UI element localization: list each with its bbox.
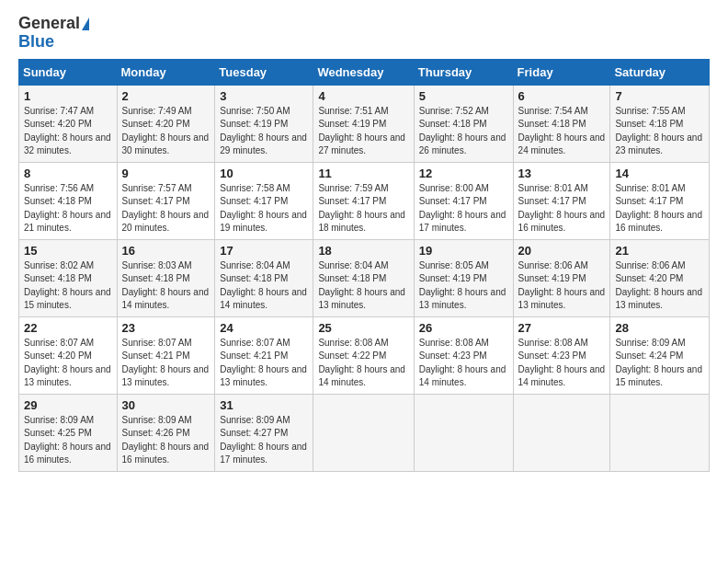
day-detail: Sunrise: 7:56 AMSunset: 4:18 PMDaylight:… (24, 182, 112, 236)
day-number: 5 (419, 89, 508, 103)
calendar-cell: 17Sunrise: 8:04 AMSunset: 4:18 PMDayligh… (215, 239, 313, 316)
weekday-header-thursday: Thursday (414, 59, 513, 85)
day-number: 12 (419, 167, 508, 180)
calendar-cell: 13Sunrise: 8:01 AMSunset: 4:17 PMDayligh… (513, 162, 610, 239)
day-number: 11 (318, 167, 408, 180)
calendar-cell: 2Sunrise: 7:49 AMSunset: 4:20 PMDaylight… (117, 85, 215, 162)
day-number: 15 (24, 244, 112, 258)
calendar-cell: 4Sunrise: 7:51 AMSunset: 4:19 PMDaylight… (313, 85, 414, 162)
calendar-cell: 28Sunrise: 8:09 AMSunset: 4:24 PMDayligh… (610, 316, 710, 394)
weekday-header-tuesday: Tuesday (215, 59, 313, 85)
day-number: 20 (518, 244, 606, 258)
calendar-cell: 30Sunrise: 8:09 AMSunset: 4:26 PMDayligh… (117, 394, 215, 471)
calendar-cell: 8Sunrise: 7:56 AMSunset: 4:18 PMDaylight… (19, 162, 118, 239)
day-detail: Sunrise: 7:58 AMSunset: 4:17 PMDaylight:… (220, 182, 308, 236)
day-number: 9 (122, 167, 210, 180)
calendar-header-row: SundayMondayTuesdayWednesdayThursdayFrid… (19, 59, 710, 85)
day-number: 31 (220, 398, 308, 412)
day-number: 4 (318, 89, 408, 103)
calendar-cell: 31Sunrise: 8:09 AMSunset: 4:27 PMDayligh… (215, 394, 313, 471)
calendar-week-row: 8Sunrise: 7:56 AMSunset: 4:18 PMDaylight… (19, 162, 710, 239)
day-detail: Sunrise: 8:07 AMSunset: 4:20 PMDaylight:… (24, 337, 112, 390)
calendar-cell: 21Sunrise: 8:06 AMSunset: 4:20 PMDayligh… (610, 239, 710, 316)
calendar-cell: 29Sunrise: 8:09 AMSunset: 4:25 PMDayligh… (19, 394, 118, 471)
day-detail: Sunrise: 7:51 AMSunset: 4:19 PMDaylight:… (318, 105, 408, 158)
day-detail: Sunrise: 7:49 AMSunset: 4:20 PMDaylight:… (122, 105, 210, 158)
day-detail: Sunrise: 8:09 AMSunset: 4:27 PMDaylight:… (220, 414, 308, 467)
day-detail: Sunrise: 8:06 AMSunset: 4:20 PMDaylight:… (615, 259, 704, 313)
day-number: 29 (24, 398, 112, 412)
day-number: 2 (122, 89, 210, 103)
day-detail: Sunrise: 8:09 AMSunset: 4:24 PMDaylight:… (615, 337, 704, 390)
calendar-cell: 11Sunrise: 7:59 AMSunset: 4:17 PMDayligh… (313, 162, 414, 239)
calendar-cell: 3Sunrise: 7:50 AMSunset: 4:19 PMDaylight… (215, 85, 313, 162)
calendar-cell: 23Sunrise: 8:07 AMSunset: 4:21 PMDayligh… (117, 316, 215, 394)
day-detail: Sunrise: 8:00 AMSunset: 4:17 PMDaylight:… (419, 182, 508, 236)
day-number: 23 (122, 321, 210, 335)
day-number: 13 (518, 167, 606, 180)
day-number: 6 (518, 89, 606, 103)
day-detail: Sunrise: 8:01 AMSunset: 4:17 PMDaylight:… (615, 182, 704, 236)
day-number: 7 (615, 89, 704, 103)
calendar-cell: 15Sunrise: 8:02 AMSunset: 4:18 PMDayligh… (19, 239, 118, 316)
logo: General Blue (18, 15, 89, 52)
calendar-cell: 24Sunrise: 8:07 AMSunset: 4:21 PMDayligh… (215, 316, 313, 394)
calendar-week-row: 15Sunrise: 8:02 AMSunset: 4:18 PMDayligh… (19, 239, 710, 316)
day-number: 22 (24, 321, 112, 335)
calendar-cell: 19Sunrise: 8:05 AMSunset: 4:19 PMDayligh… (414, 239, 513, 316)
day-number: 8 (24, 167, 112, 180)
day-number: 17 (220, 244, 308, 258)
day-detail: Sunrise: 8:09 AMSunset: 4:26 PMDaylight:… (122, 414, 210, 467)
day-number: 10 (220, 167, 308, 180)
calendar-cell: 14Sunrise: 8:01 AMSunset: 4:17 PMDayligh… (610, 162, 710, 239)
calendar-cell: 9Sunrise: 7:57 AMSunset: 4:17 PMDaylight… (117, 162, 215, 239)
calendar-cell: 20Sunrise: 8:06 AMSunset: 4:19 PMDayligh… (513, 239, 610, 316)
calendar-cell: 7Sunrise: 7:55 AMSunset: 4:18 PMDaylight… (610, 85, 710, 162)
calendar-cell: 25Sunrise: 8:08 AMSunset: 4:22 PMDayligh… (313, 316, 414, 394)
logo-blue-text: Blue (18, 33, 54, 52)
calendar-cell (610, 394, 710, 471)
day-number: 26 (419, 321, 508, 335)
day-detail: Sunrise: 8:07 AMSunset: 4:21 PMDaylight:… (220, 337, 308, 390)
calendar-week-row: 1Sunrise: 7:47 AMSunset: 4:20 PMDaylight… (19, 85, 710, 162)
day-number: 28 (615, 321, 704, 335)
day-detail: Sunrise: 8:04 AMSunset: 4:18 PMDaylight:… (220, 259, 308, 313)
calendar-cell (313, 394, 414, 471)
day-detail: Sunrise: 8:07 AMSunset: 4:21 PMDaylight:… (122, 337, 210, 390)
logo-icon (82, 17, 89, 30)
day-detail: Sunrise: 8:03 AMSunset: 4:18 PMDaylight:… (122, 259, 210, 313)
day-detail: Sunrise: 8:02 AMSunset: 4:18 PMDaylight:… (24, 259, 112, 313)
calendar: SundayMondayTuesdayWednesdayThursdayFrid… (18, 59, 710, 472)
calendar-cell: 6Sunrise: 7:54 AMSunset: 4:18 PMDaylight… (513, 85, 610, 162)
calendar-cell: 18Sunrise: 8:04 AMSunset: 4:18 PMDayligh… (313, 239, 414, 316)
calendar-week-row: 29Sunrise: 8:09 AMSunset: 4:25 PMDayligh… (19, 394, 710, 471)
day-detail: Sunrise: 8:04 AMSunset: 4:18 PMDaylight:… (318, 259, 408, 313)
day-detail: Sunrise: 7:59 AMSunset: 4:17 PMDaylight:… (318, 182, 408, 236)
calendar-cell (414, 394, 513, 471)
calendar-cell: 5Sunrise: 7:52 AMSunset: 4:18 PMDaylight… (414, 85, 513, 162)
day-number: 16 (122, 244, 210, 258)
weekday-header-sunday: Sunday (19, 59, 118, 85)
weekday-header-friday: Friday (513, 59, 610, 85)
day-detail: Sunrise: 8:08 AMSunset: 4:23 PMDaylight:… (518, 337, 606, 390)
weekday-header-wednesday: Wednesday (313, 59, 414, 85)
day-number: 30 (122, 398, 210, 412)
day-detail: Sunrise: 8:06 AMSunset: 4:19 PMDaylight:… (518, 259, 606, 313)
day-detail: Sunrise: 7:47 AMSunset: 4:20 PMDaylight:… (24, 105, 112, 158)
day-number: 14 (615, 167, 704, 180)
day-number: 27 (518, 321, 606, 335)
day-detail: Sunrise: 7:55 AMSunset: 4:18 PMDaylight:… (615, 105, 704, 158)
day-detail: Sunrise: 7:54 AMSunset: 4:18 PMDaylight:… (518, 105, 606, 158)
day-detail: Sunrise: 8:08 AMSunset: 4:23 PMDaylight:… (419, 337, 508, 390)
calendar-cell: 26Sunrise: 8:08 AMSunset: 4:23 PMDayligh… (414, 316, 513, 394)
logo-general-text: General (18, 15, 80, 33)
weekday-header-monday: Monday (117, 59, 215, 85)
day-detail: Sunrise: 8:01 AMSunset: 4:17 PMDaylight:… (518, 182, 606, 236)
day-number: 1 (24, 89, 112, 103)
day-number: 3 (220, 89, 308, 103)
calendar-cell: 27Sunrise: 8:08 AMSunset: 4:23 PMDayligh… (513, 316, 610, 394)
calendar-cell: 12Sunrise: 8:00 AMSunset: 4:17 PMDayligh… (414, 162, 513, 239)
calendar-cell (513, 394, 610, 471)
header: General Blue (18, 15, 710, 52)
calendar-week-row: 22Sunrise: 8:07 AMSunset: 4:20 PMDayligh… (19, 316, 710, 394)
